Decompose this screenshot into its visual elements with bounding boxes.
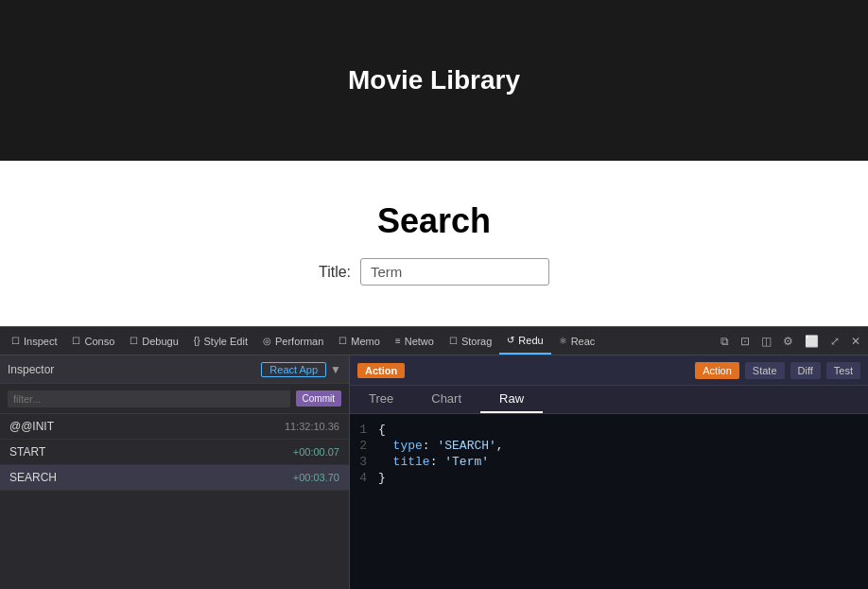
code-line-4: 4 } bbox=[350, 470, 868, 486]
tab-network[interactable]: ≡ Netwo bbox=[388, 327, 442, 355]
code-line-3: 3 title: 'Term' bbox=[350, 454, 868, 470]
inspector-icon: ☐ bbox=[11, 336, 20, 346]
state-tab-btn[interactable]: State bbox=[745, 362, 785, 379]
memory-icon: ☐ bbox=[339, 336, 347, 346]
tab-inspector-label: Inspect bbox=[24, 336, 57, 347]
tab-react[interactable]: ⚛ Reac bbox=[551, 327, 603, 355]
code-area: 1 { 2 type: 'SEARCH', 3 title: 'Term' bbox=[350, 414, 868, 589]
action-item-start[interactable]: START +00:00.07 bbox=[0, 440, 349, 465]
line-content-4: } bbox=[378, 471, 386, 485]
perf-icon: ◎ bbox=[263, 336, 271, 346]
dock-side-btn[interactable]: ◫ bbox=[757, 333, 775, 350]
action-badge: Action bbox=[357, 363, 405, 378]
tab-console-label: Conso bbox=[84, 336, 114, 347]
redux-left-panel: Inspector React App ▼ Commit @@INIT 11:3… bbox=[0, 355, 350, 589]
react-app-select[interactable]: React App bbox=[261, 362, 326, 377]
dock-bottom-btn[interactable]: ⬜ bbox=[801, 333, 823, 350]
app-header: Movie Library bbox=[0, 0, 868, 161]
action-tab-btn[interactable]: Action bbox=[695, 362, 739, 379]
tab-style-label: Style Edit bbox=[204, 336, 248, 347]
search-label: Title: bbox=[319, 264, 351, 281]
tab-console[interactable]: ☐ Conso bbox=[64, 327, 122, 355]
sub-tabs: Tree Chart Raw bbox=[350, 386, 868, 414]
diff-tab-btn[interactable]: Diff bbox=[790, 362, 821, 379]
line-num-3: 3 bbox=[350, 455, 378, 469]
search-row: Title: bbox=[319, 258, 549, 286]
react-icon: ⚛ bbox=[559, 336, 567, 346]
right-toolbar: Action Action State Diff Test bbox=[350, 355, 868, 386]
storage-icon: ☐ bbox=[449, 336, 458, 346]
left-header: Inspector React App ▼ bbox=[0, 355, 349, 384]
line-content-2: type: 'SEARCH', bbox=[378, 439, 504, 453]
action-time-search: +00:03.70 bbox=[293, 472, 339, 483]
tab-react-label: Reac bbox=[571, 336, 596, 347]
redux-right-panel: Action Action State Diff Test Tree Chart… bbox=[350, 355, 868, 589]
tab-redux-label: Redu bbox=[518, 335, 543, 346]
tab-memory-label: Memo bbox=[351, 336, 380, 347]
app-content: Search Title: bbox=[0, 161, 868, 326]
tab-inspector[interactable]: ☐ Inspect bbox=[4, 327, 64, 355]
action-name-init: @@INIT bbox=[9, 420, 54, 433]
action-list: @@INIT 11:32:10.36 START +00:00.07 SEARC… bbox=[0, 414, 349, 589]
action-item-init[interactable]: @@INIT 11:32:10.36 bbox=[0, 414, 349, 440]
tab-debugger-label: Debugu bbox=[142, 336, 179, 347]
line-num-1: 1 bbox=[350, 423, 378, 437]
inspector-arrow: ▼ bbox=[330, 363, 341, 376]
search-input[interactable] bbox=[360, 258, 549, 286]
devtools-tabs: ☐ Inspect ☐ Conso ☐ Debugu {} Style Edit… bbox=[0, 327, 868, 355]
test-tab-btn[interactable]: Test bbox=[826, 362, 860, 379]
close-btn[interactable]: ✕ bbox=[847, 333, 864, 350]
tab-perf-label: Performan bbox=[275, 336, 323, 347]
commit-button[interactable]: Commit bbox=[296, 390, 341, 407]
expand-btn[interactable]: ⤢ bbox=[826, 333, 843, 350]
tab-storage[interactable]: ☐ Storag bbox=[442, 327, 499, 355]
tab-performance[interactable]: ◎ Performan bbox=[255, 327, 331, 355]
filter-toolbar: Commit bbox=[0, 384, 349, 414]
code-line-1: 1 { bbox=[350, 422, 868, 438]
sub-tab-raw[interactable]: Raw bbox=[480, 386, 543, 413]
redux-icon: ↺ bbox=[507, 335, 514, 345]
settings-btn[interactable]: ⚙ bbox=[779, 333, 797, 350]
tab-memory[interactable]: ☐ Memo bbox=[331, 327, 388, 355]
action-time-init: 11:32:10.36 bbox=[285, 421, 339, 432]
devtools-panel: ☐ Inspect ☐ Conso ☐ Debugu {} Style Edit… bbox=[0, 326, 868, 589]
line-num-2: 2 bbox=[350, 439, 378, 453]
action-name-start: START bbox=[9, 445, 45, 459]
style-icon: {} bbox=[194, 336, 200, 346]
line-content-1: { bbox=[378, 423, 386, 437]
split-btn[interactable]: ⊡ bbox=[737, 333, 754, 350]
devtools-controls: ⧉ ⊡ ◫ ⚙ ⬜ ⤢ ✕ bbox=[717, 333, 864, 350]
sub-tab-tree[interactable]: Tree bbox=[350, 386, 412, 413]
tab-style-editor[interactable]: {} Style Edit bbox=[186, 327, 255, 355]
tab-redux[interactable]: ↺ Redu bbox=[499, 327, 550, 355]
action-time-start: +00:00.07 bbox=[293, 446, 339, 458]
search-heading: Search bbox=[377, 201, 491, 241]
line-content-3: title: 'Term' bbox=[378, 455, 489, 469]
debugger-icon: ☐ bbox=[130, 336, 138, 346]
inspector-label: Inspector bbox=[8, 363, 54, 376]
sub-tab-chart[interactable]: Chart bbox=[412, 386, 480, 413]
action-name-search: SEARCH bbox=[9, 471, 57, 484]
dock-btn[interactable]: ⧉ bbox=[717, 333, 733, 350]
tab-storage-label: Storag bbox=[461, 336, 492, 347]
filter-input[interactable] bbox=[8, 390, 290, 407]
code-line-2: 2 type: 'SEARCH', bbox=[350, 438, 868, 454]
console-icon: ☐ bbox=[72, 336, 80, 346]
tab-network-label: Netwo bbox=[405, 336, 434, 347]
action-item-search[interactable]: SEARCH +00:03.70 bbox=[0, 465, 349, 491]
line-num-4: 4 bbox=[350, 471, 378, 485]
tab-debugger[interactable]: ☐ Debugu bbox=[122, 327, 186, 355]
devtools-body: Inspector React App ▼ Commit @@INIT 11:3… bbox=[0, 355, 868, 589]
app-title: Movie Library bbox=[348, 65, 520, 95]
network-icon: ≡ bbox=[395, 336, 401, 346]
